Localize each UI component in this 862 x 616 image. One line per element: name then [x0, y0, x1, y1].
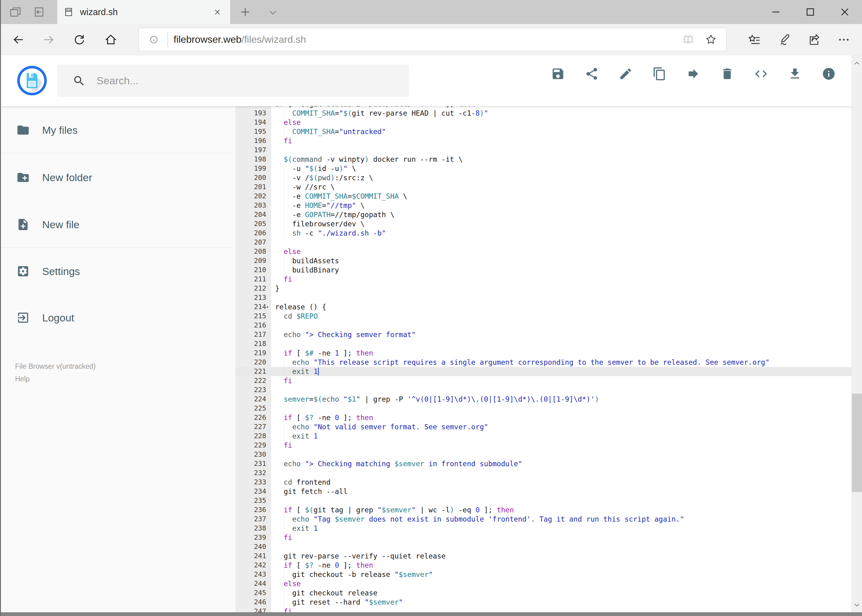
download-button[interactable]: [787, 66, 803, 82]
code-line[interactable]: 240: [235, 542, 862, 552]
code-line[interactable]: 197: [235, 146, 862, 155]
code-line[interactable]: 204 -e GOPATH=//tmp/gopath \: [235, 210, 862, 219]
code-line[interactable]: 202 -e COMMIT_SHA=$COMMIT_SHA \: [235, 192, 862, 201]
maximize-icon[interactable]: [793, 0, 827, 24]
search-input[interactable]: [96, 74, 389, 87]
info-icon[interactable]: [148, 33, 160, 46]
code-line[interactable]: 220 echo "This release script requires a…: [235, 358, 862, 367]
more-icon[interactable]: [837, 33, 851, 47]
copy-button[interactable]: [651, 66, 668, 82]
code-line[interactable]: 238 exit 1: [235, 524, 862, 533]
code-line[interactable]: 216: [235, 321, 862, 330]
sidebar-item-settings[interactable]: Settings: [1, 253, 235, 290]
code-line[interactable]: 209 buildAssets: [235, 256, 862, 266]
code-line[interactable]: 223: [235, 385, 862, 394]
delete-button[interactable]: [719, 66, 735, 82]
close-icon[interactable]: [827, 0, 862, 24]
code-line[interactable]: 212}: [235, 284, 862, 293]
code-line[interactable]: 229 fi: [235, 441, 862, 450]
code-line[interactable]: 243 git checkout -b release "$semver": [235, 570, 862, 579]
tabs-youve-set-aside-icon[interactable]: [30, 4, 47, 20]
code-line[interactable]: 218: [235, 339, 862, 349]
sidebar-item-new-file[interactable]: New file: [1, 206, 235, 243]
code-line[interactable]: 226 if [ $? -ne 0 ]; then: [235, 413, 862, 422]
code-line[interactable]: 196 fi: [235, 136, 862, 146]
code-line[interactable]: 242 if [ $? -ne 0 ]; then: [235, 561, 862, 570]
sidebar-item-logout[interactable]: Logout: [1, 299, 235, 336]
tab-preview-chevron-icon[interactable]: [264, 5, 282, 20]
code-line[interactable]: 231 echo "> Checking matching $semver in…: [235, 459, 862, 468]
code-line[interactable]: 206 sh -c "./wizard.sh -b": [235, 228, 862, 238]
code-line[interactable]: 228 exit 1: [235, 432, 862, 441]
code-line[interactable]: 203 -e HOME="//tmp" \: [235, 201, 862, 210]
code-line[interactable]: 199 -u "$(id -u)" \: [235, 164, 862, 173]
code-line[interactable]: 241 git rev-parse --verify --quiet relea…: [235, 552, 862, 561]
code-line[interactable]: 230: [235, 450, 862, 459]
code-line[interactable]: 195 COMMIT_SHA="untracked": [235, 127, 862, 136]
code-line[interactable]: 222 fi: [235, 376, 862, 385]
code-line[interactable]: 236 if [ $(git tag | grep "$semver" | wc…: [235, 505, 862, 514]
code-line[interactable]: 247 fi: [235, 607, 862, 613]
code-line[interactable]: 207: [235, 238, 862, 247]
scrollbar-thumb[interactable]: [852, 394, 862, 492]
code-line[interactable]: 205 filebrowser/dev \: [235, 219, 862, 228]
horizontal-scrollbar[interactable]: [1, 612, 862, 616]
code-line[interactable]: 214▾release () {: [235, 302, 862, 311]
share-button[interactable]: [584, 66, 600, 82]
code-line[interactable]: 208 else: [235, 247, 862, 256]
code-line[interactable]: 227 echo "Not valid semver format. See s…: [235, 422, 862, 432]
home-icon[interactable]: [104, 33, 118, 47]
code-line[interactable]: 217 echo "> Checking semver format": [235, 330, 862, 339]
address-bar[interactable]: filebrowser.web/files/wizard.sh: [139, 28, 726, 51]
code-line[interactable]: 193 COMMIT_SHA="$(git rev-parse HEAD | c…: [235, 108, 862, 118]
code-line[interactable]: 221 exit 1: [235, 367, 862, 376]
search-box[interactable]: [57, 64, 409, 97]
code-line[interactable]: 245 git checkout release: [235, 588, 862, 597]
new-tab-icon[interactable]: [236, 4, 254, 20]
edit-button[interactable]: [618, 66, 633, 82]
minimize-icon[interactable]: [759, 0, 793, 24]
code-line[interactable]: 219 if [ $# -ne 1 ]; then: [235, 349, 862, 358]
code-line[interactable]: 211 fi: [235, 275, 862, 284]
code-line[interactable]: 192if [ "$(git status 2> /dev/null)" != …: [235, 106, 862, 108]
code-line[interactable]: 200 -v /$(pwd):/src:z \: [235, 173, 862, 182]
code-line[interactable]: 225: [235, 404, 862, 413]
set-tabs-aside-icon[interactable]: [7, 4, 24, 20]
forward-icon[interactable]: [41, 33, 56, 47]
code-line[interactable]: 234 git fetch --all: [235, 487, 862, 496]
chevron-up-icon[interactable]: [852, 57, 862, 69]
save-button[interactable]: [550, 66, 566, 82]
move-button[interactable]: [686, 66, 701, 82]
fold-arrow-icon[interactable]: ▾: [266, 302, 271, 311]
code-line[interactable]: 194 else: [235, 118, 862, 127]
help-link[interactable]: Help: [15, 375, 30, 383]
code-line[interactable]: 233 cd frontend: [235, 478, 862, 487]
tab-close-icon[interactable]: [211, 5, 224, 19]
refresh-icon[interactable]: [72, 33, 87, 47]
code-line[interactable]: 232: [235, 468, 862, 478]
filebrowser-logo-floppy-icon[interactable]: [16, 65, 48, 96]
code-line[interactable]: 198 $(command -v winpty) docker run --rm…: [235, 155, 862, 164]
code-line[interactable]: 201 -w //src \: [235, 182, 862, 192]
code-line[interactable]: 215 cd $REPO: [235, 311, 862, 321]
back-icon[interactable]: [11, 33, 25, 47]
code-line[interactable]: 246 git reset --hard "$semver": [235, 597, 862, 607]
share-icon[interactable]: [807, 33, 821, 47]
code-line[interactable]: 239 fi: [235, 533, 862, 542]
sidebar-item-new-folder[interactable]: New folder: [1, 159, 235, 196]
code-button[interactable]: [753, 66, 769, 82]
annotate-icon[interactable]: [777, 33, 791, 47]
browser-tab[interactable]: wizard.sh: [57, 0, 230, 24]
code-line[interactable]: 244 else: [235, 579, 862, 588]
code-line[interactable]: 213: [235, 293, 862, 302]
code-line[interactable]: 237 echo "Tag $semver does not exist in …: [235, 514, 862, 524]
code-line[interactable]: 210 buildBinary: [235, 266, 862, 275]
chevron-down-icon[interactable]: [852, 599, 862, 611]
info-button[interactable]: [821, 66, 837, 82]
favorite-star-icon[interactable]: [703, 32, 719, 47]
hub-icon[interactable]: [747, 33, 761, 47]
reading-view-icon[interactable]: [681, 32, 696, 47]
code-line[interactable]: 235: [235, 496, 862, 505]
vertical-scrollbar[interactable]: [851, 55, 862, 613]
sidebar-item-my-files[interactable]: My files: [1, 112, 235, 149]
